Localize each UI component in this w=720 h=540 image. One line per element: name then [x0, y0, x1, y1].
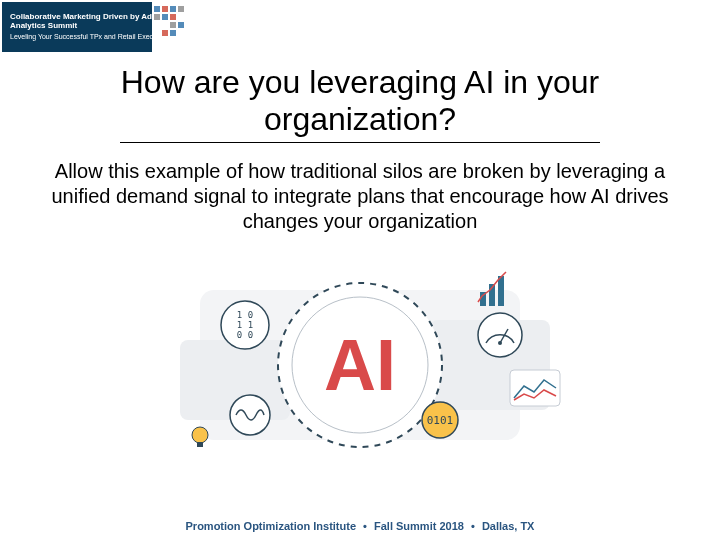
- bar-chart-icon: [478, 272, 506, 306]
- sparkline-icon: [510, 370, 560, 406]
- binary-badge-icon: 0101: [422, 402, 458, 438]
- svg-rect-4: [178, 6, 184, 12]
- footer: Promotion Optimization Institute • Fall …: [0, 520, 720, 532]
- footer-location: Dallas, TX: [482, 520, 535, 532]
- svg-rect-28: [510, 370, 560, 406]
- svg-rect-5: [154, 14, 160, 20]
- svg-rect-8: [178, 22, 184, 28]
- svg-point-29: [192, 427, 208, 443]
- footer-org: Promotion Optimization Institute: [186, 520, 357, 532]
- svg-text:0 0: 0 0: [237, 330, 253, 340]
- svg-rect-3: [170, 6, 176, 12]
- svg-text:0101: 0101: [427, 414, 454, 427]
- svg-rect-1: [154, 6, 160, 12]
- svg-point-22: [498, 341, 502, 345]
- ai-illustration: AI 1 0 1 1 0 0 0101: [0, 260, 720, 480]
- lightbulb-icon: [192, 427, 208, 447]
- svg-rect-2: [162, 6, 168, 12]
- svg-rect-6: [162, 14, 168, 20]
- poi-logo-icon: [152, 4, 194, 46]
- event-banner: Collaborative Marketing Driven by Advanc…: [2, 2, 202, 52]
- svg-rect-10: [162, 30, 168, 36]
- gauge-icon: [478, 313, 522, 357]
- svg-rect-7: [170, 14, 176, 20]
- separator-icon: •: [363, 520, 367, 532]
- page-title: How are you leveraging AI in your organi…: [120, 64, 600, 143]
- footer-event: Fall Summit 2018: [374, 520, 464, 532]
- svg-rect-30: [197, 442, 203, 447]
- svg-text:1 0: 1 0: [237, 310, 253, 320]
- svg-rect-9: [170, 22, 176, 28]
- ai-center-label: AI: [324, 325, 396, 405]
- svg-text:1 1: 1 1: [237, 320, 253, 330]
- svg-rect-11: [170, 30, 176, 36]
- svg-rect-27: [498, 276, 504, 306]
- separator-icon: •: [471, 520, 475, 532]
- body-paragraph: Allow this example of how traditional si…: [0, 159, 720, 234]
